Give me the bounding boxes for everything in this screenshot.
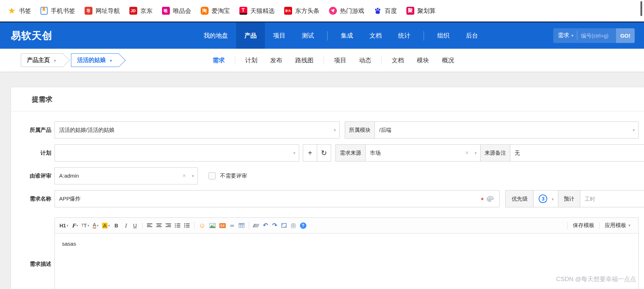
tab-module[interactable]: 模块 xyxy=(410,56,435,64)
heading-button[interactable]: H1 ▾ xyxy=(58,221,70,231)
clear-icon[interactable]: × xyxy=(182,168,186,184)
tmall-icon: T xyxy=(239,7,247,15)
size-big-glyph: T xyxy=(84,222,87,228)
bookmark-item[interactable]: 唯 唯品会 xyxy=(162,7,191,15)
module-select[interactable]: /后端 ▾ xyxy=(375,121,639,139)
bookmark-item[interactable]: 百度 xyxy=(374,7,397,15)
align-right-button[interactable] xyxy=(164,221,173,231)
palette-icon[interactable] xyxy=(486,196,494,202)
nav-item-doc[interactable]: 文档 xyxy=(361,23,390,49)
priority-select[interactable]: 3 ▾ xyxy=(533,190,558,207)
bookmark-item[interactable]: ★ 书签 xyxy=(8,7,31,15)
bookmark-item[interactable]: T 天猫精选 xyxy=(239,7,275,15)
tab-overview[interactable]: 概况 xyxy=(435,56,461,64)
plan-select[interactable]: ▾ xyxy=(54,144,299,162)
module-value: /后端 xyxy=(379,127,391,133)
add-plan-button[interactable]: + xyxy=(303,144,317,162)
apply-template-label: 应用模板 xyxy=(605,222,626,229)
unordered-list-icon xyxy=(184,223,190,228)
bookmark-item[interactable]: 热门游戏 xyxy=(329,7,364,15)
bookmark-item[interactable]: 东方 东方头条 xyxy=(284,7,320,15)
insert-link-button[interactable]: ∞ xyxy=(228,221,237,231)
breadcrumb-label: 产品主页 xyxy=(27,57,50,63)
toolbar-divider xyxy=(142,222,143,229)
highlight-color-button[interactable]: A ▾ xyxy=(101,221,111,231)
search-input[interactable] xyxy=(577,33,616,39)
story-form: 所属产品 活活的姑娘/活活的姑娘 ▾ 所属模块 /后端 ▾ 计划 xyxy=(11,111,644,289)
apply-template-button[interactable]: 应用模板 ▾ xyxy=(600,222,635,229)
clear-icon[interactable]: × xyxy=(465,145,469,161)
font-color-button[interactable]: A ▾ xyxy=(91,221,100,231)
source-note-field[interactable]: 无 xyxy=(510,144,644,162)
go-button[interactable]: GO! xyxy=(616,28,635,43)
italic-button[interactable]: I xyxy=(121,221,130,231)
estimate-input[interactable] xyxy=(580,190,644,207)
smiley-icon: ☺ xyxy=(199,222,206,230)
image-icon xyxy=(209,223,216,228)
source-select[interactable]: 市场 × ▾ xyxy=(365,144,481,162)
redo-button[interactable]: ↷ xyxy=(271,221,279,231)
reviewer-select[interactable]: A:admin × ▾ xyxy=(54,167,198,184)
bold-button[interactable]: B xyxy=(112,221,121,231)
breadcrumb-product-home[interactable]: 产品主页 ▾ xyxy=(21,53,63,67)
help-button[interactable]: ? xyxy=(299,221,308,231)
ordered-list-button[interactable] xyxy=(173,221,182,231)
juhuasuan-icon: 聚 xyxy=(406,7,414,15)
breadcrumb-current-product[interactable]: 活活的姑娘 ▾ xyxy=(71,53,119,67)
save-template-button[interactable]: 保存模板 xyxy=(568,222,599,229)
bookmark-label: 聚划算 xyxy=(418,7,436,15)
bookmark-label: 热门游戏 xyxy=(340,7,364,15)
story-name-input[interactable]: APP爆炸 * xyxy=(54,190,500,207)
nav-item-stats[interactable]: 统计 xyxy=(390,23,419,49)
nav-item-my[interactable]: 我的地盘 xyxy=(195,23,236,49)
chevron-down-icon: ▾ xyxy=(108,224,110,227)
emoji-button[interactable]: ☺ xyxy=(197,221,207,231)
insert-image-button[interactable] xyxy=(208,221,217,231)
tab-roadmap[interactable]: 路线图 xyxy=(289,56,320,64)
brand-logo[interactable]: 易软天创 xyxy=(11,23,52,49)
align-center-button[interactable] xyxy=(155,221,163,231)
no-review-label[interactable]: 不需要评审 xyxy=(220,167,247,184)
heading-glyph: H1 xyxy=(59,223,66,228)
paste-button[interactable] xyxy=(289,221,298,231)
tab-story[interactable]: 需求 xyxy=(206,56,231,64)
required-asterisk: * xyxy=(481,198,483,202)
nav-item-test[interactable]: 测试 xyxy=(294,23,322,49)
unordered-list-button[interactable] xyxy=(183,221,191,231)
nav-item-admin[interactable]: 后台 xyxy=(458,23,486,49)
search-type-dropdown[interactable]: 需求 ▾ xyxy=(553,32,577,39)
align-left-button[interactable] xyxy=(146,221,154,231)
font-size-button[interactable]: TT ▾ xyxy=(80,221,91,231)
bookmark-item[interactable]: 手机书签 xyxy=(40,7,75,15)
nav-item-product[interactable]: 产品 xyxy=(236,23,265,49)
insert-table-button[interactable] xyxy=(237,221,246,231)
priority-group: 优先级 3 ▾ 预计 xyxy=(505,190,644,207)
product-select[interactable]: 活活的姑娘/活活的姑娘 ▾ xyxy=(54,121,340,139)
code-csharp-button[interactable]: C# xyxy=(218,221,227,231)
undo-button[interactable]: ↶ xyxy=(261,221,270,231)
bookmark-item[interactable]: 淘 爱淘宝 xyxy=(201,7,230,15)
tab-doc[interactable]: 文档 xyxy=(385,56,410,64)
bookmark-item[interactable]: JD 京东 xyxy=(129,7,153,15)
tab-dynamic[interactable]: 动态 xyxy=(353,56,378,64)
toolbar-divider xyxy=(249,222,249,229)
no-review-checkbox[interactable] xyxy=(209,172,216,179)
top-navbar: 易软天创 我的地盘 产品 项目 测试 集成 文档 统计 组织 后台 需求 ▾ G… xyxy=(0,21,644,49)
browser-scrollbar-thumb[interactable] xyxy=(640,1,642,16)
tab-project[interactable]: 项目 xyxy=(328,56,353,64)
tab-plan[interactable]: 计划 xyxy=(239,56,264,64)
underline-button[interactable]: U xyxy=(131,221,139,231)
nav-item-integration[interactable]: 集成 xyxy=(333,23,361,49)
font-family-button[interactable]: F ▾ xyxy=(70,221,79,231)
description-textarea[interactable]: sasas xyxy=(55,233,638,289)
tab-release[interactable]: 发布 xyxy=(264,56,289,64)
bookmark-item[interactable]: 聚 聚划算 xyxy=(406,7,436,15)
taobao-icon: 淘 xyxy=(201,7,209,15)
nav-item-project[interactable]: 项目 xyxy=(265,23,294,49)
refresh-plans-button[interactable]: ↻ xyxy=(317,144,331,162)
source-group: 需求来源 市场 × ▾ 来源备注 无 xyxy=(335,144,644,162)
fullscreen-button[interactable] xyxy=(280,221,288,231)
bookmark-item[interactable]: 导 网址导航 xyxy=(85,7,120,15)
nav-item-org[interactable]: 组织 xyxy=(429,23,458,49)
remove-format-button[interactable] xyxy=(252,221,261,231)
